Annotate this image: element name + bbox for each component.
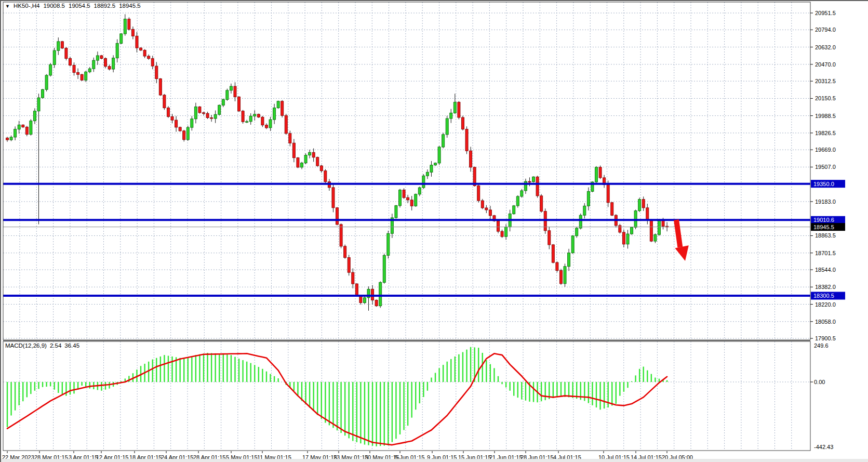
candle-bull <box>249 116 252 121</box>
macd-histogram <box>7 347 667 446</box>
ohlc-high: 19054.5 <box>69 3 90 9</box>
candle-bull <box>273 108 276 120</box>
candle-bull <box>587 191 590 206</box>
arrow-annotation[interactable] <box>675 220 688 261</box>
candle-bull <box>654 234 657 241</box>
price-tick-label: 18544.0 <box>815 267 836 273</box>
price-tick-label: 18220.0 <box>815 301 836 308</box>
candle-bear <box>485 208 488 210</box>
candle-bear <box>324 171 327 182</box>
candle-bear <box>136 36 138 48</box>
candle-bear <box>25 127 28 134</box>
candle-bear <box>151 59 154 66</box>
price-tick-label: 20951.5 <box>815 10 836 16</box>
candle-bull <box>595 167 598 182</box>
candle-bear <box>171 116 173 120</box>
candle-bear <box>261 117 264 125</box>
macd-title: MACD(12,26,9) <box>5 342 47 349</box>
candle-bear <box>340 225 342 246</box>
candle-bear <box>242 111 244 122</box>
candle-bull <box>532 177 535 181</box>
candle-bear <box>458 102 460 117</box>
candle-bull <box>96 56 99 60</box>
candle-bear <box>203 113 205 114</box>
current-price-badge-label: 18945.5 <box>813 224 834 230</box>
price-tick-label: 19183.0 <box>815 199 836 205</box>
candle-bull <box>564 267 566 284</box>
candle-bear <box>143 50 146 56</box>
candle-bear <box>198 107 201 112</box>
candle-bear <box>403 190 405 198</box>
candle-bull <box>422 176 425 188</box>
candle-bull <box>18 125 20 129</box>
candle-bear <box>234 86 236 97</box>
candle-bull <box>269 120 272 128</box>
candle-bear <box>155 66 158 78</box>
hline-objects[interactable] <box>3 184 810 296</box>
candle-bull <box>383 255 385 282</box>
candle-bull <box>218 105 221 114</box>
macd-axis-label: 249.6 <box>814 342 829 349</box>
candle-bear <box>69 58 71 65</box>
candle-bull <box>631 227 633 234</box>
candle-bear <box>289 134 291 143</box>
macd-axis[interactable]: 249.60.00-442.43 <box>810 342 833 450</box>
candle-bear <box>316 157 319 166</box>
candle-bull <box>253 114 256 116</box>
candle-bull <box>49 64 52 75</box>
candle-bull <box>30 121 32 135</box>
candle-bull <box>33 111 36 121</box>
price-tick-label: 18701.5 <box>815 250 836 256</box>
candle-bear <box>100 56 103 58</box>
candle-bear <box>285 115 287 133</box>
candle-bear <box>312 152 315 157</box>
candle-bear <box>332 188 335 208</box>
price-tick-label: 18382.0 <box>815 284 836 290</box>
candle-bull <box>277 101 279 108</box>
price-tick-label: 20470.0 <box>815 61 836 68</box>
candle-bear <box>281 101 284 115</box>
candle-bear <box>81 74 83 80</box>
candle-bear <box>552 245 554 262</box>
ohlc-open: 19008.5 <box>43 3 65 9</box>
price-tick-label: 19826.5 <box>815 130 836 136</box>
candle-bear <box>489 210 491 216</box>
macd-value-main: 2.54 <box>50 342 61 349</box>
candle-bear <box>599 167 602 178</box>
candle-bear <box>559 270 562 283</box>
candle-bear <box>611 203 613 215</box>
candle-bear <box>128 19 130 30</box>
chart-window: ▼HK50-,H419008.519054.518892.518945.5 MA… <box>0 0 868 462</box>
candle-bear <box>131 29 134 36</box>
candle-bull <box>112 58 115 69</box>
candle-bull <box>446 118 448 135</box>
hline-price-badge-label: 19010.6 <box>813 217 834 223</box>
candle-bull <box>568 253 570 267</box>
candle-bear <box>265 125 268 128</box>
macd-axis-label: 0.00 <box>814 379 825 385</box>
candle-bear <box>77 72 79 74</box>
candle-bear <box>344 246 346 258</box>
candle-bear <box>148 56 150 59</box>
candle-bull <box>379 282 382 306</box>
candle-bull <box>520 191 523 196</box>
candle-bear <box>477 186 480 201</box>
arrow-head-icon[interactable] <box>675 245 688 261</box>
macd-indicator-label: MACD(12,26,9)2.5436.45 <box>5 342 83 349</box>
candle-bull <box>438 147 440 163</box>
candle-bear <box>536 177 539 196</box>
candle-bear <box>320 166 323 171</box>
candle-bear <box>108 67 111 69</box>
price-axis[interactable]: 20951.520794.020632.020470.020312.520150… <box>810 10 845 341</box>
candles-layer <box>6 14 669 310</box>
candle-bear <box>642 200 645 208</box>
candle-bull <box>658 220 660 234</box>
symbol-dropdown-icon[interactable]: ▼ <box>5 4 10 9</box>
arrow-shaft[interactable] <box>676 220 680 247</box>
chart-canvas[interactable]: 20951.520794.020632.020470.020312.520150… <box>1 1 868 462</box>
candle-bear <box>501 231 503 236</box>
candle-bear <box>556 262 558 270</box>
candle-bear <box>65 48 68 59</box>
candle-bear <box>619 226 621 232</box>
symbol-info-bar: ▼HK50-,H419008.519054.518892.518945.5 <box>5 3 144 9</box>
